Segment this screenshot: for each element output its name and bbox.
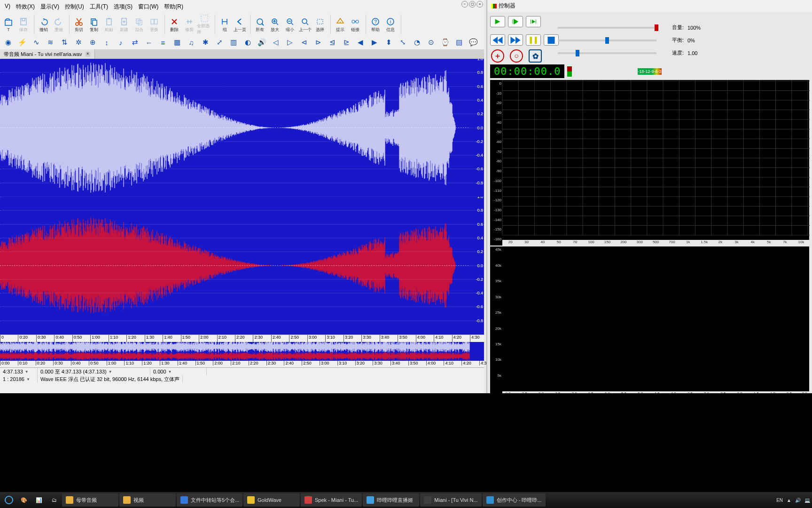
taskbar-icon[interactable]: 📊	[32, 493, 46, 507]
effect-button-33[interactable]: 💬	[466, 36, 480, 48]
overview-ruler[interactable]: 0:000:100:200:300:400:501:001:101:201:30…	[0, 361, 484, 367]
effect-button-5[interactable]: ✲	[71, 36, 86, 48]
record-button[interactable]: ＋	[491, 49, 504, 63]
new-button[interactable]: 新建	[117, 15, 132, 34]
loop-marker-button[interactable]: ○	[510, 49, 523, 63]
speed-slider[interactable]	[558, 52, 656, 54]
time-ruler[interactable]: 00:200:300:400:501:001:101:201:301:401:5…	[0, 334, 484, 342]
effect-button-4[interactable]: ⇅	[57, 36, 71, 48]
effect-button-27[interactable]: ⬍	[382, 36, 396, 48]
tray-icon[interactable]: ▲	[787, 498, 791, 503]
pause-button[interactable]	[526, 34, 541, 46]
cut-button[interactable]: 剪切	[71, 15, 86, 34]
save-button[interactable]: 保存	[16, 15, 31, 34]
effect-button-10[interactable]: ←	[142, 36, 156, 48]
dropdown-icon[interactable]: ▼	[168, 370, 172, 374]
menu-item[interactable]: 窗口(W)	[138, 3, 158, 11]
balance-slider[interactable]	[558, 40, 656, 41]
prev-button[interactable]: 上一页	[232, 15, 247, 34]
zoomin-button[interactable]: 放大	[267, 15, 282, 34]
effect-button-20[interactable]: ▷	[283, 36, 297, 48]
effect-button-16[interactable]: ▥	[226, 36, 241, 48]
taskbar-item[interactable]: Spek - Miani - Tu...	[301, 493, 362, 507]
redo-button[interactable]: 重做	[51, 15, 66, 34]
waveform-area[interactable]: 1.00.80.60.40.20.0-0.2-0.4-0.6-0.8 1.00.…	[0, 59, 484, 334]
maximize-button[interactable]: ◻	[469, 1, 476, 8]
tray-icon[interactable]: 🔊	[795, 498, 801, 503]
taskbar-item[interactable]: GoldWave	[243, 493, 300, 507]
undo-button[interactable]: 撤销	[36, 15, 51, 34]
menu-item[interactable]: 工具(T)	[90, 3, 108, 11]
effect-button-25[interactable]: ◀	[353, 36, 367, 48]
dropdown-icon[interactable]: ▼	[109, 370, 112, 374]
taskbar-item[interactable]: 文件中转站等5个会...	[177, 493, 242, 507]
taskbar-icon[interactable]: 🎨	[17, 493, 31, 507]
play-selection-button[interactable]	[526, 16, 541, 27]
effect-button-17[interactable]: ◐	[241, 36, 255, 48]
taskbar-item[interactable]: Miani - [Tu Vivi N...	[420, 493, 481, 507]
info-button[interactable]: i信息	[383, 15, 398, 34]
volume-slider[interactable]	[558, 27, 656, 29]
effect-button-12[interactable]: ▦	[170, 36, 184, 48]
selall-button[interactable]: 全部选择	[197, 15, 212, 34]
overview-strip[interactable]	[0, 342, 484, 361]
open-button[interactable]: T	[1, 15, 16, 34]
effect-button-26[interactable]: ▶	[367, 36, 382, 48]
effect-button-13[interactable]: ♫	[184, 36, 198, 48]
language-indicator[interactable]: EN	[776, 498, 783, 503]
effect-button-8[interactable]: ♪	[114, 36, 128, 48]
zoomout-button[interactable]: 缩小	[282, 15, 297, 34]
effect-button-23[interactable]: ⊴	[325, 36, 339, 48]
effect-button-6[interactable]: ⊕	[86, 36, 100, 48]
dropdown-icon[interactable]: ▼	[25, 370, 29, 374]
waveform-left-channel[interactable]: 1.00.80.60.40.20.0-0.2-0.4-0.6-0.8	[0, 59, 484, 197]
effect-button-19[interactable]: ◁	[269, 36, 283, 48]
effect-button-21[interactable]: ⊲	[297, 36, 311, 48]
prev1-button[interactable]: 上一个	[297, 15, 312, 34]
start-button[interactable]	[2, 493, 16, 507]
all-button[interactable]: 所有	[252, 15, 267, 34]
taskbar-item[interactable]: 创作中心 - 哔哩哔...	[483, 493, 546, 507]
group-button[interactable]: 组	[217, 15, 232, 34]
copy-button[interactable]: 复制	[86, 15, 102, 34]
effect-button-15[interactable]: ⤢	[212, 36, 226, 48]
trim-button[interactable]: 修剪	[182, 15, 197, 34]
menu-item[interactable]: 特效(X)	[16, 3, 35, 11]
menu-item[interactable]: 帮助(R)	[164, 3, 183, 11]
mix-button[interactable]: 混合	[132, 15, 147, 34]
effect-button-28[interactable]: ⤡	[396, 36, 410, 48]
effect-button-24[interactable]: ⊵	[339, 36, 353, 48]
taskbar-item[interactable]: 视频	[119, 493, 176, 507]
play-button[interactable]	[490, 16, 505, 27]
effect-button-2[interactable]: ∿	[29, 36, 43, 48]
link-button[interactable]: 链接	[348, 15, 363, 34]
effect-button-14[interactable]: ✱	[198, 36, 212, 48]
delete-button[interactable]: 删除	[167, 15, 182, 34]
document-tab[interactable]: 带音频 Miani - Tu vivi nell'aria.wav ×	[0, 49, 95, 59]
effect-button-0[interactable]: ◉	[1, 36, 15, 48]
menu-item[interactable]: 选项(S)	[114, 3, 133, 11]
taskbar-icon[interactable]: 🗂	[47, 493, 61, 507]
waveform-right-channel[interactable]: 1.00.80.60.40.20.0-0.2-0.4-0.6-0.8	[0, 197, 484, 334]
menu-item[interactable]: 控制(U)	[65, 3, 84, 11]
effect-button-1[interactable]: ⚡	[15, 36, 29, 48]
effect-button-22[interactable]: ⊳	[311, 36, 325, 48]
effect-button-7[interactable]: ↕	[100, 36, 114, 48]
help-button[interactable]: ?帮助	[368, 15, 383, 34]
replace-button[interactable]: 替换	[147, 15, 162, 34]
taskbar-item[interactable]: 母带音频	[62, 493, 118, 507]
effect-button-11[interactable]: ≡	[156, 36, 170, 48]
play-loop-button[interactable]	[508, 16, 523, 27]
rewind-button[interactable]	[490, 34, 505, 46]
menu-item[interactable]: 显示(V)	[40, 3, 59, 11]
sel-button[interactable]: 选择	[312, 15, 328, 34]
close-button[interactable]: ×	[476, 1, 483, 8]
effect-button-29[interactable]: ◔	[410, 36, 424, 48]
taskbar-item[interactable]: 哔哩哔哩直播姬	[363, 493, 419, 507]
minimize-button[interactable]: −	[461, 1, 468, 8]
effect-button-18[interactable]: 🔊	[255, 36, 269, 48]
effect-button-32[interactable]: ▤	[452, 36, 466, 48]
tray-icon[interactable]: 💻	[804, 498, 810, 503]
dropdown-icon[interactable]: ▼	[26, 377, 30, 381]
tab-close-icon[interactable]: ×	[85, 51, 91, 57]
